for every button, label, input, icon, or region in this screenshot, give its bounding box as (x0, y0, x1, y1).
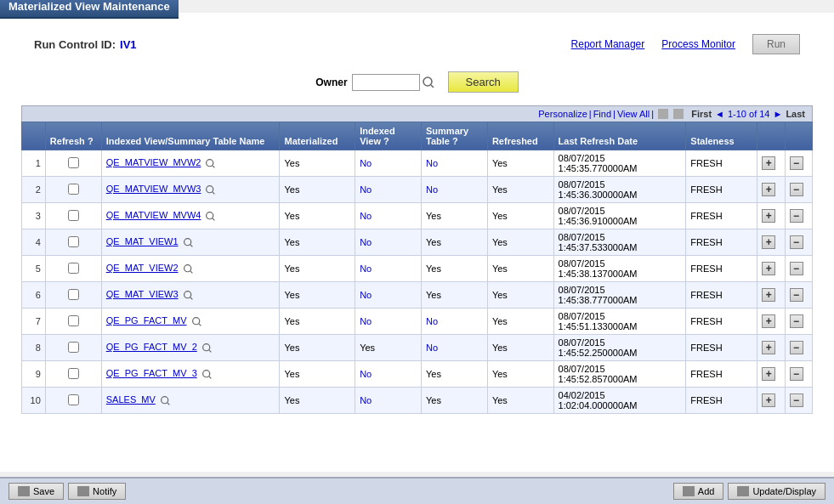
add-row-cell[interactable]: + (757, 256, 785, 282)
add-row-button[interactable]: + (762, 183, 775, 196)
add-row-cell[interactable]: + (757, 335, 785, 361)
refresh-checkbox-cell[interactable] (45, 177, 101, 203)
refresh-checkbox[interactable] (68, 342, 79, 353)
remove-row-button[interactable]: − (790, 183, 803, 196)
search-button[interactable]: Search (448, 71, 519, 93)
view-name-link[interactable]: QE_MATVIEW_MVW4 (106, 210, 201, 220)
view-name-link[interactable]: QE_PG_FACT_MV_3 (106, 368, 197, 378)
report-manager-link[interactable]: Report Manager (571, 38, 645, 50)
add-row-cell[interactable]: + (757, 203, 785, 229)
name-lookup-icon[interactable] (205, 210, 216, 220)
remove-row-button[interactable]: − (790, 314, 803, 328)
remove-row-cell[interactable]: − (785, 150, 812, 177)
process-monitor-link[interactable]: Process Monitor (661, 38, 735, 50)
refresh-checkbox-cell[interactable] (45, 150, 101, 177)
refresh-checkbox[interactable] (68, 368, 79, 379)
remove-row-button[interactable]: − (790, 394, 803, 407)
grid-icon (658, 109, 668, 119)
prev-nav[interactable]: ◄ (715, 109, 724, 119)
refresh-checkbox[interactable] (68, 394, 79, 405)
remove-row-cell[interactable]: − (785, 309, 812, 335)
refresh-checkbox-cell[interactable] (45, 388, 101, 414)
remove-row-button[interactable]: − (790, 341, 803, 354)
remove-row-button[interactable]: − (790, 156, 803, 170)
view-name-link[interactable]: QE_MATVIEW_MVW3 (106, 184, 201, 194)
refresh-checkbox-cell[interactable] (45, 256, 101, 282)
view-all-link[interactable]: View All (617, 109, 650, 119)
remove-row-cell[interactable]: − (785, 256, 812, 282)
remove-row-cell[interactable]: − (785, 203, 812, 229)
personalize-link[interactable]: Personalize (538, 109, 587, 119)
refresh-checkbox-cell[interactable] (45, 335, 101, 361)
view-name-link[interactable]: QE_PG_FACT_MV (106, 315, 187, 326)
remove-row-button[interactable]: − (790, 288, 803, 302)
add-row-button[interactable]: + (762, 156, 775, 170)
last-nav[interactable]: Last (786, 109, 805, 119)
name-lookup-icon[interactable] (183, 236, 194, 246)
view-name-link[interactable]: QE_PG_FACT_MV_2 (106, 342, 197, 352)
refresh-checkbox-cell[interactable] (45, 361, 101, 388)
refresh-checkbox-cell[interactable] (45, 282, 101, 309)
svg-point-20 (162, 396, 168, 403)
table-row: 6 QE_MAT_VIEW3 Yes No Yes Yes 08/07/2015… (22, 282, 813, 309)
refresh-checkbox-cell[interactable] (45, 203, 101, 229)
add-row-button[interactable]: + (762, 288, 775, 302)
add-row-cell[interactable]: + (757, 177, 785, 203)
name-lookup-icon[interactable] (201, 368, 213, 378)
add-row-cell[interactable]: + (757, 282, 785, 309)
add-row-button[interactable]: + (762, 394, 775, 407)
next-nav[interactable]: ► (773, 109, 782, 119)
refresh-checkbox[interactable] (68, 210, 79, 221)
indexed-view-cell: No (355, 361, 422, 388)
name-lookup-icon[interactable] (160, 394, 171, 405)
remove-row-cell[interactable]: − (785, 229, 812, 256)
refresh-checkbox[interactable] (68, 236, 79, 247)
add-row-cell[interactable]: + (757, 388, 785, 414)
name-lookup-icon[interactable] (183, 289, 194, 299)
add-row-cell[interactable]: + (757, 150, 785, 177)
find-link[interactable]: Find (593, 109, 611, 119)
refresh-checkbox[interactable] (68, 263, 79, 274)
name-lookup-icon[interactable] (191, 315, 202, 326)
remove-row-cell[interactable]: − (785, 361, 812, 388)
view-name-link[interactable]: SALES_MV (106, 394, 156, 405)
refresh-checkbox-cell[interactable] (45, 229, 101, 256)
refresh-checkbox-cell[interactable] (45, 309, 101, 335)
add-row-button[interactable]: + (762, 314, 775, 328)
refresh-checkbox[interactable] (68, 315, 79, 326)
view-name-link[interactable]: QE_MAT_VIEW1 (106, 236, 179, 246)
add-row-cell[interactable]: + (757, 309, 785, 335)
add-row-button[interactable]: + (762, 235, 775, 249)
add-row-button[interactable]: + (762, 341, 775, 354)
remove-row-button[interactable]: − (790, 262, 803, 275)
name-lookup-icon[interactable] (201, 342, 213, 352)
lookup-icon[interactable] (422, 76, 435, 89)
refresh-checkbox[interactable] (68, 289, 79, 300)
remove-row-button[interactable]: − (790, 209, 803, 223)
remove-row-cell[interactable]: − (785, 335, 812, 361)
add-row-cell[interactable]: + (757, 229, 785, 256)
col-empty (22, 122, 46, 150)
remove-row-button[interactable]: − (790, 367, 803, 381)
add-row-cell[interactable]: + (757, 361, 785, 388)
first-nav[interactable]: First (691, 109, 712, 119)
name-lookup-icon[interactable] (205, 157, 216, 167)
refresh-checkbox[interactable] (68, 157, 79, 168)
add-row-button[interactable]: + (762, 262, 775, 275)
view-name-link[interactable]: QE_MATVIEW_MVW2 (106, 157, 201, 167)
name-lookup-icon[interactable] (183, 263, 194, 273)
name-lookup-icon[interactable] (205, 184, 216, 194)
owner-input[interactable] (352, 74, 420, 91)
remove-row-button[interactable]: − (790, 235, 803, 249)
summary-table-cell: Yes (422, 388, 488, 414)
refresh-checkbox[interactable] (68, 184, 79, 195)
remove-row-cell[interactable]: − (785, 282, 812, 309)
view-name-link[interactable]: QE_MAT_VIEW3 (106, 289, 179, 299)
remove-row-cell[interactable]: − (785, 177, 812, 203)
add-row-button[interactable]: + (762, 367, 775, 381)
remove-row-cell[interactable]: − (785, 388, 812, 414)
add-row-button[interactable]: + (762, 209, 775, 223)
svg-point-2 (207, 159, 213, 166)
view-name-link[interactable]: QE_MAT_VIEW2 (106, 263, 179, 273)
run-button[interactable]: Run (752, 34, 800, 54)
